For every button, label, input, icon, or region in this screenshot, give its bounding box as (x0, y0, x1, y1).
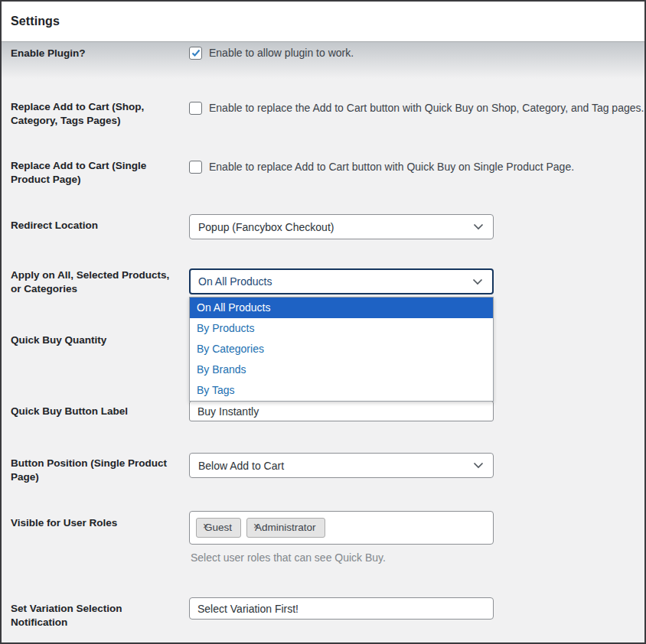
chevron-down-icon (473, 223, 484, 230)
selected-value: Below Add to Cart (198, 460, 284, 472)
chevron-down-icon (473, 462, 484, 469)
settings-panel: Settings Enable Plugin? Enable to allow … (0, 0, 646, 644)
field-label: Quick Buy Button Label (11, 405, 173, 418)
field-label: Enable Plugin? (11, 47, 173, 60)
panel-header: Settings (2, 2, 644, 42)
dropdown-option[interactable]: By Products (190, 318, 493, 339)
field-label: Quick Buy Quantity (11, 333, 173, 347)
field-label: Replace Add to Cart (Single Product Page… (11, 159, 173, 187)
page-title: Settings (11, 15, 60, 28)
role-tag-guest[interactable]: ×Guest (196, 518, 241, 538)
settings-form: Enable Plugin? Enable to allow plugin to… (2, 42, 644, 642)
field-label: Visible for User Roles (11, 516, 173, 530)
variation-notification-input[interactable] (189, 597, 494, 620)
dropdown-option[interactable]: By Brands (190, 359, 493, 380)
field-label: Apply on All, Selected Products, or Cate… (11, 268, 173, 296)
checkbox-help-text: Enable to allow plugin to work. (209, 47, 354, 60)
field-label: Set Variation Selection Notification (11, 602, 173, 629)
selected-value: Popup (Fancybox Checkout) (198, 221, 334, 233)
replace-cart-single-checkbox[interactable] (189, 161, 202, 174)
checkbox-help-text: Enable to replace the Add to Cart button… (209, 102, 644, 115)
chevron-down-icon (472, 278, 483, 285)
field-label: Replace Add to Cart (Shop, Category, Tag… (11, 100, 173, 128)
checkbox-help-text: Enable to replace Add to Cart button wit… (209, 161, 574, 174)
checkmark-icon (191, 49, 201, 57)
quick-buy-button-label-input[interactable] (189, 401, 494, 421)
replace-cart-shop-checkbox[interactable] (189, 102, 202, 115)
dropdown-option[interactable]: By Tags (190, 380, 493, 401)
remove-tag-icon[interactable]: × (203, 520, 209, 532)
apply-on-select[interactable]: On All Products (189, 268, 494, 294)
dropdown-option[interactable]: On All Products (190, 298, 493, 318)
redirect-location-select[interactable]: Popup (Fancybox Checkout) (189, 214, 494, 239)
selected-value: On All Products (198, 275, 272, 288)
field-help-text: Select user roles that can see Quick Buy… (191, 551, 386, 564)
field-label: Redirect Location (11, 219, 173, 233)
remove-tag-icon[interactable]: × (253, 520, 259, 532)
enable-plugin-checkbox[interactable] (189, 47, 202, 60)
apply-on-dropdown-list: On All Products By Products By Categorie… (189, 297, 494, 402)
role-tag-administrator[interactable]: ×Administrator (246, 518, 325, 538)
dropdown-option[interactable]: By Categories (190, 339, 493, 359)
field-label: Button Position (Single Product Page) (11, 457, 173, 484)
user-roles-tag-input[interactable]: ×Guest ×Administrator (189, 511, 494, 545)
button-position-select[interactable]: Below Add to Cart (189, 453, 494, 478)
